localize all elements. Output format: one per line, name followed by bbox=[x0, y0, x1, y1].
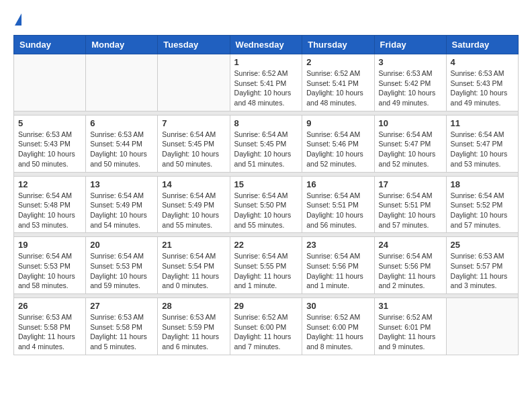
day-number: 8 bbox=[234, 118, 298, 128]
day-number: 29 bbox=[234, 301, 298, 311]
day-cell: 2Sunrise: 6:52 AMSunset: 5:41 PMDaylight… bbox=[302, 54, 374, 111]
day-number: 4 bbox=[451, 57, 514, 67]
day-info: Sunrise: 6:54 AMSunset: 5:45 PMDaylight:… bbox=[162, 130, 225, 169]
day-info: Sunrise: 6:54 AMSunset: 5:48 PMDaylight:… bbox=[18, 191, 81, 230]
header-wednesday: Wednesday bbox=[230, 36, 302, 54]
day-info: Sunrise: 6:54 AMSunset: 5:53 PMDaylight:… bbox=[18, 251, 81, 291]
day-info: Sunrise: 6:53 AMSunset: 5:59 PMDaylight:… bbox=[162, 312, 225, 352]
day-number: 2 bbox=[306, 57, 369, 67]
day-cell: 25Sunrise: 6:53 AMSunset: 5:57 PMDayligh… bbox=[446, 237, 518, 294]
week-row-5: 26Sunrise: 6:53 AMSunset: 5:58 PMDayligh… bbox=[14, 298, 519, 355]
day-number: 31 bbox=[379, 301, 442, 311]
day-info: Sunrise: 6:54 AMSunset: 5:47 PMDaylight:… bbox=[379, 130, 442, 169]
day-info: Sunrise: 6:54 AMSunset: 5:51 PMDaylight:… bbox=[306, 191, 369, 230]
week-row-3: 12Sunrise: 6:54 AMSunset: 5:48 PMDayligh… bbox=[14, 176, 519, 233]
header-tuesday: Tuesday bbox=[158, 36, 230, 54]
day-cell: 22Sunrise: 6:54 AMSunset: 5:55 PMDayligh… bbox=[230, 237, 302, 294]
day-cell: 12Sunrise: 6:54 AMSunset: 5:48 PMDayligh… bbox=[14, 176, 86, 233]
day-cell: 14Sunrise: 6:54 AMSunset: 5:49 PMDayligh… bbox=[158, 176, 230, 233]
day-number: 10 bbox=[379, 118, 442, 128]
day-cell: 16Sunrise: 6:54 AMSunset: 5:51 PMDayligh… bbox=[302, 176, 374, 233]
day-cell: 28Sunrise: 6:53 AMSunset: 5:59 PMDayligh… bbox=[158, 298, 230, 355]
day-number: 5 bbox=[18, 118, 81, 128]
day-cell: 18Sunrise: 6:54 AMSunset: 5:52 PMDayligh… bbox=[446, 176, 518, 233]
day-number: 17 bbox=[379, 179, 442, 189]
day-info: Sunrise: 6:52 AMSunset: 6:00 PMDaylight:… bbox=[234, 312, 298, 352]
day-info: Sunrise: 6:54 AMSunset: 5:47 PMDaylight:… bbox=[451, 130, 514, 169]
day-number: 24 bbox=[379, 240, 442, 250]
logo-triangle-icon bbox=[15, 13, 21, 26]
day-info: Sunrise: 6:52 AMSunset: 6:01 PMDaylight:… bbox=[379, 312, 442, 352]
day-info: Sunrise: 6:53 AMSunset: 5:57 PMDaylight:… bbox=[451, 251, 514, 291]
day-info: Sunrise: 6:54 AMSunset: 5:45 PMDaylight:… bbox=[234, 130, 298, 169]
day-cell: 27Sunrise: 6:53 AMSunset: 5:58 PMDayligh… bbox=[86, 298, 158, 355]
day-info: Sunrise: 6:54 AMSunset: 5:54 PMDaylight:… bbox=[162, 251, 225, 291]
header-saturday: Saturday bbox=[446, 36, 518, 54]
day-cell bbox=[14, 54, 86, 111]
header-thursday: Thursday bbox=[302, 36, 374, 54]
day-info: Sunrise: 6:53 AMSunset: 5:58 PMDaylight:… bbox=[18, 312, 81, 352]
day-info: Sunrise: 6:54 AMSunset: 5:46 PMDaylight:… bbox=[306, 130, 369, 169]
day-cell: 19Sunrise: 6:54 AMSunset: 5:53 PMDayligh… bbox=[14, 237, 86, 294]
day-info: Sunrise: 6:53 AMSunset: 5:44 PMDaylight:… bbox=[90, 130, 153, 169]
day-cell: 26Sunrise: 6:53 AMSunset: 5:58 PMDayligh… bbox=[14, 298, 86, 355]
day-cell: 1Sunrise: 6:52 AMSunset: 5:41 PMDaylight… bbox=[230, 54, 302, 111]
day-cell: 10Sunrise: 6:54 AMSunset: 5:47 PMDayligh… bbox=[374, 115, 446, 172]
day-info: Sunrise: 6:52 AMSunset: 5:41 PMDaylight:… bbox=[306, 68, 369, 108]
day-number: 12 bbox=[18, 179, 81, 189]
day-info: Sunrise: 6:53 AMSunset: 5:42 PMDaylight:… bbox=[379, 68, 442, 108]
day-info: Sunrise: 6:54 AMSunset: 5:49 PMDaylight:… bbox=[90, 191, 153, 230]
day-number: 13 bbox=[90, 179, 153, 189]
day-info: Sunrise: 6:54 AMSunset: 5:52 PMDaylight:… bbox=[451, 191, 514, 230]
day-number: 23 bbox=[306, 240, 369, 250]
day-number: 6 bbox=[90, 118, 153, 128]
day-number: 18 bbox=[451, 179, 514, 189]
day-number: 27 bbox=[90, 301, 153, 311]
day-number: 19 bbox=[18, 240, 81, 250]
day-info: Sunrise: 6:54 AMSunset: 5:49 PMDaylight:… bbox=[162, 191, 225, 230]
day-cell: 20Sunrise: 6:54 AMSunset: 5:53 PMDayligh… bbox=[86, 237, 158, 294]
day-cell: 5Sunrise: 6:53 AMSunset: 5:43 PMDaylight… bbox=[14, 115, 86, 172]
header-monday: Monday bbox=[86, 36, 158, 54]
day-cell: 4Sunrise: 6:53 AMSunset: 5:43 PMDaylight… bbox=[446, 54, 518, 111]
logo bbox=[13, 13, 21, 28]
day-cell bbox=[158, 54, 230, 111]
day-cell: 29Sunrise: 6:52 AMSunset: 6:00 PMDayligh… bbox=[230, 298, 302, 355]
day-number: 3 bbox=[379, 57, 442, 67]
day-cell: 13Sunrise: 6:54 AMSunset: 5:49 PMDayligh… bbox=[86, 176, 158, 233]
day-cell: 11Sunrise: 6:54 AMSunset: 5:47 PMDayligh… bbox=[446, 115, 518, 172]
header-sunday: Sunday bbox=[14, 36, 86, 54]
day-cell: 3Sunrise: 6:53 AMSunset: 5:42 PMDaylight… bbox=[374, 54, 446, 111]
week-row-1: 1Sunrise: 6:52 AMSunset: 5:41 PMDaylight… bbox=[14, 54, 519, 111]
day-cell: 6Sunrise: 6:53 AMSunset: 5:44 PMDaylight… bbox=[86, 115, 158, 172]
day-cell bbox=[86, 54, 158, 111]
day-info: Sunrise: 6:54 AMSunset: 5:53 PMDaylight:… bbox=[90, 251, 153, 291]
day-cell: 9Sunrise: 6:54 AMSunset: 5:46 PMDaylight… bbox=[302, 115, 374, 172]
day-cell: 7Sunrise: 6:54 AMSunset: 5:45 PMDaylight… bbox=[158, 115, 230, 172]
day-cell: 30Sunrise: 6:52 AMSunset: 6:00 PMDayligh… bbox=[302, 298, 374, 355]
day-cell: 23Sunrise: 6:54 AMSunset: 5:56 PMDayligh… bbox=[302, 237, 374, 294]
day-cell: 31Sunrise: 6:52 AMSunset: 6:01 PMDayligh… bbox=[374, 298, 446, 355]
day-cell: 17Sunrise: 6:54 AMSunset: 5:51 PMDayligh… bbox=[374, 176, 446, 233]
day-cell: 8Sunrise: 6:54 AMSunset: 5:45 PMDaylight… bbox=[230, 115, 302, 172]
day-number: 30 bbox=[306, 301, 369, 311]
day-info: Sunrise: 6:54 AMSunset: 5:51 PMDaylight:… bbox=[379, 191, 442, 230]
day-info: Sunrise: 6:54 AMSunset: 5:56 PMDaylight:… bbox=[306, 251, 369, 291]
day-number: 16 bbox=[306, 179, 369, 189]
calendar-table: SundayMondayTuesdayWednesdayThursdayFrid… bbox=[13, 35, 519, 355]
day-number: 21 bbox=[162, 240, 225, 250]
day-info: Sunrise: 6:52 AMSunset: 5:41 PMDaylight:… bbox=[234, 68, 298, 108]
day-number: 22 bbox=[234, 240, 298, 250]
day-cell: 15Sunrise: 6:54 AMSunset: 5:50 PMDayligh… bbox=[230, 176, 302, 233]
day-cell: 24Sunrise: 6:54 AMSunset: 5:56 PMDayligh… bbox=[374, 237, 446, 294]
day-number: 14 bbox=[162, 179, 225, 189]
week-row-2: 5Sunrise: 6:53 AMSunset: 5:43 PMDaylight… bbox=[14, 115, 519, 172]
day-number: 1 bbox=[234, 57, 298, 67]
day-info: Sunrise: 6:54 AMSunset: 5:50 PMDaylight:… bbox=[234, 191, 298, 230]
day-info: Sunrise: 6:53 AMSunset: 5:58 PMDaylight:… bbox=[90, 312, 153, 352]
day-cell bbox=[446, 298, 518, 355]
day-info: Sunrise: 6:54 AMSunset: 5:55 PMDaylight:… bbox=[234, 251, 298, 291]
day-info: Sunrise: 6:52 AMSunset: 6:00 PMDaylight:… bbox=[306, 312, 369, 352]
day-number: 25 bbox=[451, 240, 514, 250]
header-row: SundayMondayTuesdayWednesdayThursdayFrid… bbox=[14, 36, 519, 54]
